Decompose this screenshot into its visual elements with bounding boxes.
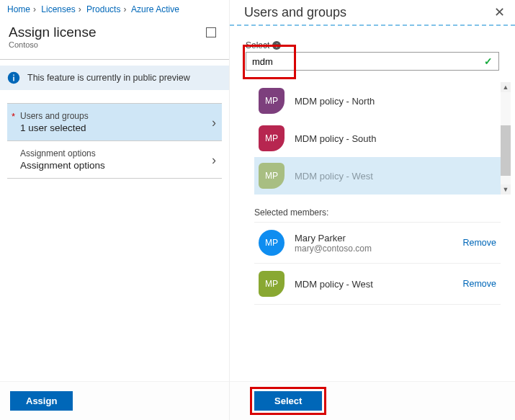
- result-row[interactable]: MP MDM policy - South: [254, 120, 501, 157]
- highlight-annotation: Select: [250, 387, 326, 415]
- pin-checkbox[interactable]: [206, 27, 216, 37]
- menu-users-and-groups[interactable]: * Users and groups 1 user selected ›: [7, 103, 222, 141]
- select-label: Select: [246, 40, 269, 50]
- member-row: MP Mary Parker mary@contoso.com Remove: [254, 223, 501, 264]
- result-name: MDM policy - North: [295, 96, 375, 107]
- selected-members-label: Selected members:: [254, 207, 499, 218]
- menu-item-label: Users and groups: [20, 111, 200, 121]
- assign-button[interactable]: Assign: [10, 391, 73, 411]
- remove-link[interactable]: Remove: [462, 238, 496, 248]
- avatar: MP: [259, 271, 285, 297]
- avatar: MP: [259, 230, 285, 256]
- menu-assignment-options[interactable]: Assignment options Assignment options ›: [7, 141, 222, 179]
- search-input[interactable]: [252, 56, 484, 67]
- result-row[interactable]: MP MDM policy - North: [254, 82, 501, 120]
- search-results: MP MDM policy - North MP MDM policy - So…: [254, 82, 501, 195]
- blade-title: Assign license: [9, 24, 96, 40]
- selected-members-list: MP Mary Parker mary@contoso.com Remove M…: [254, 222, 501, 305]
- search-input-wrapper[interactable]: ✓: [246, 52, 499, 71]
- scroll-thumb[interactable]: [501, 125, 511, 176]
- crumb-home[interactable]: Home: [7, 4, 30, 14]
- chevron-right-icon: ›: [76, 4, 84, 14]
- right-footer: Select: [230, 381, 515, 420]
- preview-banner: This feature is currently in public prev…: [0, 66, 229, 90]
- required-star-icon: *: [12, 111, 15, 122]
- select-button[interactable]: Select: [254, 391, 322, 411]
- svg-rect-2: [13, 75, 14, 76]
- member-sub: mary@contoso.com: [295, 243, 452, 254]
- close-icon[interactable]: ✕: [494, 4, 505, 20]
- member-name: MDM policy - West: [295, 279, 452, 290]
- banner-text: This feature is currently in public prev…: [27, 73, 190, 83]
- result-name: MDM policy - South: [295, 133, 376, 144]
- menu-item-label: Assignment options: [20, 148, 200, 158]
- assign-license-blade: Assign license Contoso This feature is c…: [0, 19, 229, 420]
- menu-item-value: 1 user selected: [20, 122, 200, 133]
- checkmark-icon: ✓: [484, 55, 493, 67]
- users-and-groups-panel: Users and groups ✕ Select i ✓ MP MDM pol…: [229, 0, 515, 420]
- menu-item-value: Assignment options: [20, 160, 200, 171]
- chevron-right-icon: ›: [120, 4, 129, 14]
- crumb-products[interactable]: Products: [86, 4, 120, 14]
- left-footer: Assign: [0, 381, 229, 420]
- chevron-right-icon: ›: [212, 115, 216, 130]
- info-icon[interactable]: i: [272, 41, 281, 50]
- scroll-up-icon[interactable]: ▲: [501, 82, 511, 92]
- info-icon: [7, 71, 20, 84]
- scrollbar[interactable]: ▲ ▼: [501, 82, 511, 195]
- chevron-right-icon: ›: [212, 152, 216, 167]
- tenant-name: Contoso: [0, 40, 229, 55]
- chevron-right-icon: ›: [30, 4, 39, 14]
- member-name: Mary Parker: [295, 233, 452, 243]
- result-name: MDM policy - West: [295, 171, 373, 182]
- svg-rect-1: [13, 77, 14, 81]
- panel-title: Users and groups: [244, 5, 346, 20]
- member-row: MP MDM policy - West Remove: [254, 264, 501, 305]
- avatar: MP: [259, 163, 285, 189]
- result-row[interactable]: MP MDM policy - West: [254, 157, 501, 195]
- avatar: MP: [259, 125, 285, 151]
- crumb-licenses[interactable]: Licenses: [41, 4, 75, 14]
- crumb-azure-active[interactable]: Azure Active: [131, 4, 179, 14]
- remove-link[interactable]: Remove: [462, 279, 496, 289]
- divider: [230, 24, 515, 26]
- avatar: MP: [259, 88, 285, 114]
- scroll-down-icon[interactable]: ▼: [501, 184, 511, 195]
